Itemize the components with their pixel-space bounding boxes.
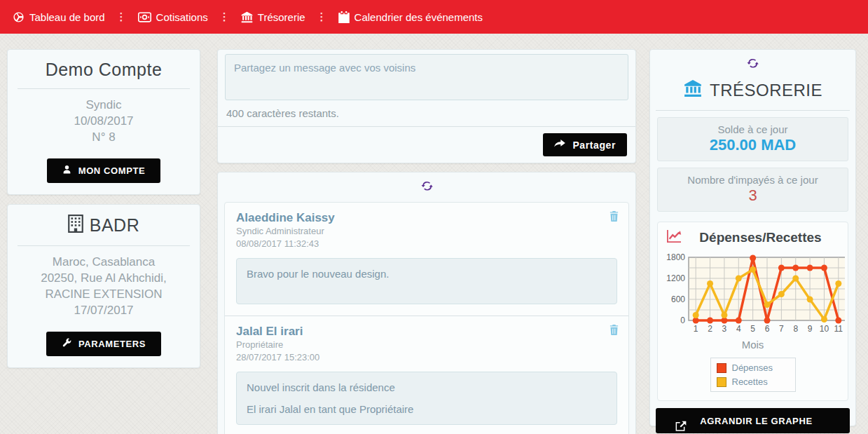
message-body: Bravo pour le nouveau design. <box>236 258 617 304</box>
account-info: Syndic 10/08/2017 N° 8 <box>16 89 191 149</box>
message-datetime: 08/08/2017 11:32:43 <box>236 238 617 250</box>
treasury-card: TRÉSORERIE Solde à ce jour 250.00 MAD No… <box>649 49 856 426</box>
enlarge-graph-button-label: AGRANDIR LE GRAPHE <box>700 416 812 426</box>
message-datetime: 28/07/2017 15:23:00 <box>236 351 617 364</box>
chart-legend: Dépenses Recettes <box>710 358 796 392</box>
svg-text:0: 0 <box>680 316 685 325</box>
message-role: Propriétaire <box>236 339 617 351</box>
residence-name: BADR <box>90 215 139 236</box>
svg-text:9: 9 <box>808 324 813 334</box>
nav-item-label: Calendrier des événements <box>354 11 483 23</box>
message-author: Jalal El irari <box>236 325 617 339</box>
residence-info: Maroc, Casablanca 20250, Rue Al Akhchidi… <box>16 246 191 322</box>
svg-text:11: 11 <box>834 324 843 334</box>
legend-item-depenses: Dépenses <box>717 362 790 373</box>
my-account-button-label: MON COMPTE <box>78 165 146 176</box>
nav-item-label: Tableau de bord <box>29 11 105 23</box>
share-button-label: Partager <box>572 140 616 151</box>
treasury-sidebar: TRÉSORERIE Solde à ce jour 250.00 MAD No… <box>649 49 856 426</box>
message-body: Nouvel inscrit dans la résidence El irar… <box>236 372 617 425</box>
account-type: Syndic <box>20 97 187 114</box>
svg-text:2: 2 <box>708 324 712 334</box>
nav-item-dashboard[interactable]: Tableau de bord <box>13 11 105 23</box>
svg-text:4: 4 <box>736 324 741 334</box>
parameters-button-label: PARAMETERS <box>78 339 146 349</box>
nav-item-tresorerie[interactable]: Trésorerie <box>241 11 305 23</box>
message-input[interactable] <box>225 54 628 100</box>
message-role: Syndic Administrateur <box>236 225 617 238</box>
residence-card: BADR Maroc, Casablanca 20250, Rue Al Akh… <box>7 204 200 368</box>
divider <box>656 110 850 111</box>
message-composer-card: 400 caractères restants. Partager <box>217 49 636 163</box>
nav-separator: ⋮ <box>116 11 127 23</box>
impayes-box: Nombre d'impayés à ce jour 3 <box>657 168 848 212</box>
my-account-button[interactable]: MON COMPTE <box>47 158 161 183</box>
left-sidebar: Demo Compte Syndic 10/08/2017 N° 8 MON C… <box>7 49 200 368</box>
treasury-title: TRÉSORERIE <box>710 81 822 100</box>
svg-text:600: 600 <box>671 294 685 304</box>
nav-item-calendar[interactable]: Calendrier des événements <box>338 11 483 23</box>
svg-text:8: 8 <box>793 324 798 334</box>
nav-separator: ⋮ <box>219 11 230 23</box>
solde-box: Solde à ce jour 250.00 MAD <box>657 117 848 161</box>
delete-message-icon[interactable] <box>609 211 619 224</box>
nav-item-label: Trésorerie <box>258 11 305 23</box>
line-chart-icon <box>666 229 682 246</box>
account-number: N° 8 <box>20 130 187 146</box>
top-navbar: Tableau de bord ⋮ Cotisations ⋮ Trésorer… <box>0 0 868 34</box>
svg-text:10: 10 <box>820 324 829 334</box>
impayes-label: Nombre d'impayés à ce jour <box>662 174 843 186</box>
svg-text:3: 3 <box>722 324 727 334</box>
money-icon <box>138 12 151 22</box>
account-card: Demo Compte Syndic 10/08/2017 N° 8 MON C… <box>7 49 200 195</box>
share-arrow-icon <box>554 140 565 151</box>
svg-text:1200: 1200 <box>666 273 685 283</box>
impayes-value: 3 <box>662 187 843 205</box>
refresh-treasury-icon[interactable] <box>747 58 759 72</box>
treasury-title-row: TRÉSORERIE <box>656 78 850 110</box>
residence-date: 17/07/2017 <box>20 303 187 319</box>
enlarge-graph-button[interactable]: AGRANDIR LE GRAPHE <box>656 408 850 433</box>
bank-icon-large <box>683 79 703 102</box>
message-text: Nouvel inscrit dans la résidence <box>247 381 607 393</box>
chart-title: Dépenses/Recettes <box>682 230 839 245</box>
parameters-button[interactable]: PARAMETERS <box>46 332 161 356</box>
message-item: Alaeddine Kaissy Syndic Administrateur 0… <box>225 203 628 316</box>
nav-separator: ⋮ <box>317 11 327 23</box>
chart-x-axis-label: Mois <box>661 339 845 351</box>
legend-label: Recettes <box>732 377 768 387</box>
nav-item-cotisations[interactable]: Cotisations <box>138 11 208 23</box>
message-text: El irari Jalal en tant que Propriétaire <box>247 403 607 415</box>
dashboard-icon <box>13 11 25 23</box>
bank-icon <box>241 11 253 23</box>
svg-text:1: 1 <box>694 324 698 334</box>
legend-label: Dépenses <box>732 362 773 373</box>
residence-address: 20250, Rue Al Akhchidi, RACINE EXTENSION <box>20 271 187 303</box>
delete-message-icon[interactable] <box>609 325 619 338</box>
svg-text:1800: 1800 <box>666 252 685 262</box>
svg-text:5: 5 <box>750 324 755 334</box>
refresh-feed-icon[interactable] <box>421 181 433 195</box>
building-icon <box>68 215 83 237</box>
account-date: 10/08/2017 <box>20 114 187 130</box>
nav-item-label: Cotisations <box>156 11 208 23</box>
messages-list: Alaeddine Kaissy Syndic Administrateur 0… <box>224 202 629 434</box>
message-item: Jalal El irari Propriétaire 28/07/2017 1… <box>225 316 628 434</box>
chart-section: Dépenses/Recettes 0600120018001234567891… <box>657 222 848 401</box>
wrench-icon <box>62 338 71 350</box>
user-icon <box>62 165 71 176</box>
message-text: Bravo pour le nouveau design. <box>247 268 607 280</box>
main-column: 400 caractères restants. Partager Alaedd… <box>217 49 636 434</box>
svg-text:7: 7 <box>779 324 784 334</box>
account-card-title: Demo Compte <box>16 60 191 88</box>
composer-footer: Partager <box>218 126 635 163</box>
share-button[interactable]: Partager <box>543 133 627 156</box>
residence-card-title: BADR <box>16 215 191 245</box>
message-author: Alaeddine Kaissy <box>236 211 617 225</box>
legend-swatch-depenses <box>717 363 726 373</box>
messages-feed-card: Alaeddine Kaissy Syndic Administrateur 0… <box>217 172 636 434</box>
svg-text:6: 6 <box>765 324 770 334</box>
legend-swatch-recettes <box>717 377 726 387</box>
calendar-icon <box>338 11 350 23</box>
treasury-chart: 0600120018001234567891011 <box>661 252 845 336</box>
